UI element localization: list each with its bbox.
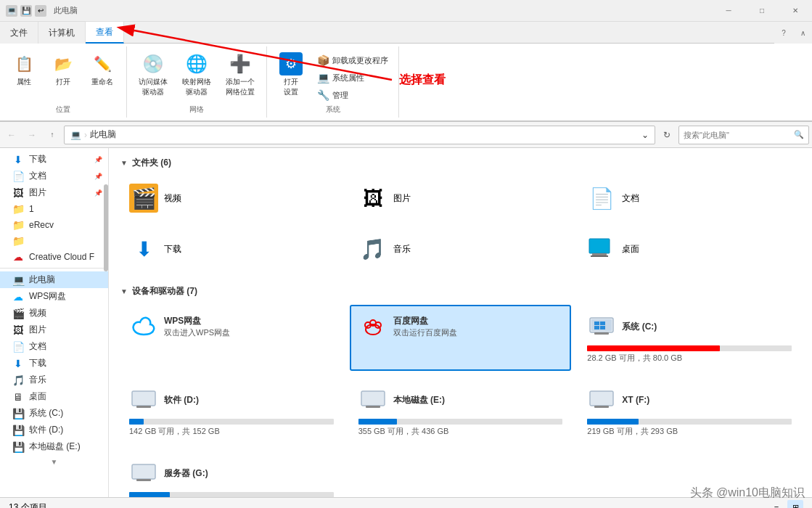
access-media-button[interactable]: 💿 访问媒体驱动器	[133, 49, 173, 100]
undo-icon-title[interactable]: ↩	[35, 5, 46, 17]
up-button[interactable]: ↑	[44, 126, 61, 144]
sidebar-divider	[0, 268, 108, 269]
maximize-button[interactable]: □	[745, 0, 779, 22]
sidebar-item-video[interactable]: 🎬 视频	[0, 305, 108, 321]
sidebar-item-software-d[interactable]: 💾 软件 (D:)	[0, 422, 108, 438]
ribbon-help-btn[interactable]: ?	[774, 22, 793, 44]
drive-xt-f[interactable]: XT (F:) 219 GB 可用，共 293 GB	[578, 378, 800, 444]
address-path[interactable]: 💻 › 此电脑 ⌄	[64, 126, 655, 144]
tab-view[interactable]: 查看	[86, 22, 124, 44]
manage-icon: 🔧	[316, 89, 329, 102]
pin-icon: 📌	[94, 156, 102, 163]
sidebar-pictures2-label: 图片	[29, 324, 46, 336]
refresh-button[interactable]: ↻	[658, 126, 676, 144]
folder-documents[interactable]: 📄 文档	[578, 176, 800, 220]
software-d-size: 142 GB 可用，共 152 GB	[129, 426, 334, 437]
search-input[interactable]	[684, 131, 791, 139]
baidu-drive-info: 百度网盘 双击运行百度网盘	[393, 315, 563, 338]
folder-downloads[interactable]: ⬇ 下载	[120, 227, 343, 271]
ribbon-tab-bar: 文件 计算机 查看 ? ∧	[0, 22, 812, 44]
desktop-icon: 🖥	[12, 391, 25, 403]
sidebar-item-system-c[interactable]: 💾 系统 (C:)	[0, 405, 108, 422]
open-icon: 📂	[52, 52, 75, 75]
map-network-button[interactable]: 🌐 映射网络驱动器	[176, 49, 217, 100]
path-text: 此电脑	[90, 128, 116, 141]
path-dropdown-btn[interactable]: ⌄	[641, 130, 649, 140]
local-e-info: 本地磁盘 (E:)	[393, 394, 563, 406]
properties-button[interactable]: 📋 属性	[6, 49, 42, 90]
video-icon: 🎬	[12, 308, 25, 319]
xt-f-bar-bg	[587, 419, 792, 425]
status-right: ≡ ⊞	[768, 500, 803, 509]
open-settings-button[interactable]: ⚙ 打开设置	[273, 49, 309, 100]
server-g-bar-bg	[129, 492, 334, 497]
drive-wps[interactable]: WPS网盘 双击进入WPS网盘	[120, 305, 343, 371]
xt-f-size: 219 GB 可用，共 293 GB	[587, 426, 792, 437]
svg-rect-17	[132, 391, 155, 406]
add-network-button[interactable]: ➕ 添加一个网络位置	[220, 49, 261, 100]
uninstall-label: 卸载或更改程序	[332, 55, 388, 66]
creative-cloud-icon: ☁	[12, 251, 25, 263]
close-button[interactable]: ✕	[779, 0, 812, 22]
details-view-button[interactable]: ⊞	[787, 500, 803, 509]
drive-d-top: 软件 (D:)	[129, 385, 334, 414]
video-folder-label: 视频	[164, 192, 181, 205]
search-box[interactable]: 🔍	[678, 126, 809, 144]
drive-c-top: 系统 (C:)	[587, 312, 792, 341]
sidebar-item-folder1[interactable]: 📁 1	[0, 201, 108, 217]
folders-chevron[interactable]: ▼	[120, 159, 128, 167]
tab-file[interactable]: 文件	[0, 22, 38, 44]
drive-server-g[interactable]: 服务器 (G:) 160 GB 可用，共 201 GB	[120, 451, 343, 497]
pictures-folder-icon: 🖼	[358, 184, 387, 213]
drives-grid: WPS网盘 双击进入WPS网盘	[120, 305, 800, 497]
drive-software-d[interactable]: 软件 (D:) 142 GB 可用，共 152 GB	[120, 378, 343, 444]
sidebar-item-downloads2[interactable]: ⬇ 下载	[0, 355, 108, 372]
sidebar-item-wps-cloud[interactable]: ☁ WPS网盘	[0, 288, 108, 305]
list-view-button[interactable]: ≡	[768, 500, 784, 509]
folder-video[interactable]: 🎬 视频	[120, 176, 343, 220]
software-d-drive-icon	[129, 385, 158, 414]
sidebar-item-this-pc[interactable]: 💻 此电脑	[0, 271, 108, 288]
minimize-button[interactable]: ─	[712, 0, 745, 22]
folder-pictures[interactable]: 🖼 图片	[350, 176, 572, 220]
ribbon-group-network-label: 网络	[133, 105, 261, 115]
drive-local-e[interactable]: 本地磁盘 (E:) 355 GB 可用，共 436 GB	[350, 378, 572, 444]
baidu-drive-icon	[358, 312, 387, 341]
drives-chevron[interactable]: ▼	[120, 287, 128, 295]
pictures-folder-label: 图片	[393, 192, 411, 205]
sidebar-item-downloads[interactable]: ⬇ 下载 📌	[0, 151, 108, 168]
system-props-button[interactable]: 💻 系统属性	[312, 70, 393, 86]
wps-drive-subtitle: 双击进入WPS网盘	[164, 327, 334, 338]
sidebar-item-blank[interactable]: 📁	[0, 233, 108, 249]
ribbon-group-location-label: 位置	[6, 105, 120, 115]
manage-button[interactable]: 🔧 管理	[312, 87, 393, 103]
folder-desktop[interactable]: 桌面	[578, 227, 800, 271]
sidebar-scrollbar[interactable]	[104, 184, 108, 271]
forward-button[interactable]: →	[23, 126, 41, 144]
uninstall-button[interactable]: 📦 卸载或更改程序	[312, 52, 393, 68]
rename-button[interactable]: ✏️ 重命名	[84, 49, 120, 90]
svg-rect-15	[600, 326, 605, 329]
sidebar-item-documents2[interactable]: 📄 文档	[0, 338, 108, 355]
sidebar-local-e-label: 本地磁盘 (E:)	[29, 441, 81, 453]
tab-computer[interactable]: 计算机	[38, 22, 86, 44]
sidebar-item-local-e[interactable]: 💾 本地磁盘 (E:)	[0, 438, 108, 455]
sidebar-item-pictures[interactable]: 🖼 图片 📌	[0, 184, 108, 201]
sidebar-scroll-down[interactable]: ▼	[0, 455, 108, 469]
sidebar-item-documents[interactable]: 📄 文档 📌	[0, 168, 108, 184]
sidebar-item-erecv[interactable]: 📁 eRecv	[0, 217, 108, 233]
ribbon-collapse-btn[interactable]: ∧	[793, 22, 812, 44]
folder-music[interactable]: 🎵 音乐	[350, 227, 572, 271]
drive-system-c[interactable]: 系统 (C:) 28.2 GB 可用，共 80.0 GB	[578, 305, 800, 371]
save-icon-title[interactable]: 💾	[20, 5, 32, 17]
ribbon-location-items: 📋 属性 📂 打开 ✏️ 重命名	[6, 49, 120, 103]
software-d-name: 软件 (D:)	[164, 394, 334, 406]
sidebar-item-desktop[interactable]: 🖥 桌面	[0, 388, 108, 405]
sidebar-item-music[interactable]: 🎵 音乐	[0, 372, 108, 388]
drive-baidu[interactable]: 百度网盘 双击运行百度网盘	[350, 305, 572, 371]
sidebar-item-pictures2[interactable]: 🖼 图片	[0, 321, 108, 338]
back-button[interactable]: ←	[3, 126, 20, 144]
open-button[interactable]: 📂 打开	[45, 49, 81, 90]
open-label: 打开	[56, 77, 70, 87]
sidebar-item-creative-cloud[interactable]: ☁ Creative Cloud F	[0, 249, 108, 265]
